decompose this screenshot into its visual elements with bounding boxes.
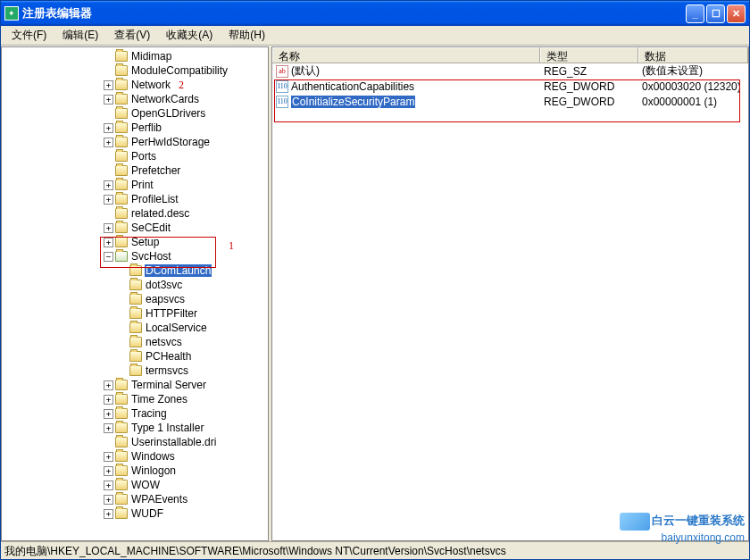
tree-label[interactable]: Network	[130, 79, 171, 91]
expand-icon[interactable]: +	[104, 409, 113, 419]
tree-label[interactable]: PCHealth	[145, 350, 192, 363]
tree-label[interactable]: related.desc	[130, 207, 190, 220]
value-row[interactable]: ab(默认)REG_SZ(数值未设置)	[272, 63, 748, 79]
tree-label[interactable]: Midimap	[130, 50, 172, 63]
expand-icon[interactable]: +	[104, 138, 113, 147]
titlebar[interactable]: ✦ 注册表编辑器 _ ☐ ✕	[1, 1, 749, 26]
tree-label[interactable]: dot3svc	[145, 279, 183, 291]
tree-node[interactable]: LocalService	[4, 321, 268, 335]
tree-node[interactable]: related.desc	[4, 206, 268, 221]
tree-node[interactable]: Midimap	[4, 49, 268, 63]
column-name[interactable]: 名称	[272, 47, 540, 63]
tree-label[interactable]: SeCEdit	[130, 221, 171, 234]
tree-label[interactable]: DComLaunch	[145, 264, 212, 277]
menu-edit[interactable]: 编辑(E)	[55, 26, 105, 45]
menu-help[interactable]: 帮助(H)	[221, 26, 272, 45]
tree-label[interactable]: Type 1 Installer	[130, 422, 204, 434]
tree-node[interactable]: +WUDF	[4, 506, 268, 521]
tree-node[interactable]: +WOW	[4, 478, 268, 492]
expand-icon[interactable]: +	[104, 180, 113, 190]
tree-label[interactable]: LocalService	[145, 322, 208, 334]
value-rows[interactable]: ab(默认)REG_SZ(数值未设置)110AuthenticationCapa…	[272, 63, 748, 540]
tree-node[interactable]: +WPAEvents	[4, 492, 268, 506]
tree-node[interactable]: Ports	[4, 149, 268, 163]
expand-icon[interactable]: +	[104, 509, 113, 519]
tree-label[interactable]: Userinstallable.dri	[130, 436, 217, 448]
expand-icon[interactable]: +	[104, 495, 113, 505]
collapse-icon[interactable]: −	[104, 252, 113, 262]
tree-label[interactable]: Prefetcher	[130, 164, 181, 177]
tree-node[interactable]: +SeCEdit	[4, 221, 268, 235]
tree-node[interactable]: +Winlogon	[4, 464, 268, 478]
expand-icon[interactable]: +	[104, 223, 113, 233]
value-row[interactable]: 110CoInitializeSecurityParamREG_DWORD0x0…	[272, 94, 748, 109]
tree-label[interactable]: SvcHost	[130, 250, 172, 263]
menu-view[interactable]: 查看(V)	[107, 26, 157, 45]
expand-icon[interactable]: +	[104, 452, 113, 462]
expand-icon[interactable]: +	[104, 238, 113, 247]
expand-icon[interactable]: +	[104, 123, 113, 133]
tree-pane[interactable]: MidimapModuleCompatibility+Network2+Netw…	[1, 46, 269, 541]
tree-node[interactable]: +PerHwIdStorage	[4, 135, 268, 149]
tree-node[interactable]: +Tracing	[4, 406, 268, 421]
tree-node[interactable]: dot3svc	[4, 278, 268, 292]
tree-node[interactable]: HTTPFilter	[4, 306, 268, 321]
tree-label[interactable]: WPAEvents	[130, 493, 188, 506]
tree-label[interactable]: ProfileList	[130, 193, 179, 205]
tree-node[interactable]: +Terminal Server	[4, 378, 268, 392]
tree-node[interactable]: Userinstallable.dri	[4, 435, 268, 449]
tree-node[interactable]: ModuleCompatibility	[4, 63, 268, 78]
tree-label[interactable]: WOW	[130, 479, 161, 491]
expand-icon[interactable]: +	[104, 423, 113, 433]
tree-node[interactable]: +Type 1 Installer	[4, 421, 268, 435]
tree-node[interactable]: +Print	[4, 178, 268, 192]
tree-label[interactable]: Terminal Server	[130, 379, 207, 391]
tree-label[interactable]: Print	[130, 179, 154, 191]
maximize-button[interactable]: ☐	[706, 4, 725, 23]
close-button[interactable]: ✕	[727, 4, 746, 23]
expand-icon[interactable]: +	[104, 380, 113, 390]
tree-label[interactable]: HTTPFilter	[145, 307, 198, 320]
tree-node[interactable]: +Perflib	[4, 121, 268, 135]
tree-node[interactable]: +NetworkCards	[4, 92, 268, 106]
minimize-button[interactable]: _	[686, 4, 704, 23]
tree-label[interactable]: Ports	[130, 150, 157, 163]
tree-label[interactable]: WUDF	[130, 507, 164, 520]
menu-favorites[interactable]: 收藏夹(A)	[159, 26, 220, 45]
column-data[interactable]: 数据	[638, 47, 748, 63]
tree-node[interactable]: termsvcs	[4, 364, 268, 378]
tree-node[interactable]: DComLaunch	[4, 263, 268, 278]
tree-label[interactable]: termsvcs	[145, 364, 189, 377]
expand-icon[interactable]: +	[104, 466, 113, 476]
tree-node[interactable]: netsvcs	[4, 335, 268, 349]
tree-label[interactable]: Time Zones	[130, 393, 188, 405]
column-type[interactable]: 类型	[540, 47, 638, 63]
registry-tree[interactable]: MidimapModuleCompatibility+Network2+Netw…	[2, 47, 268, 522]
tree-node[interactable]: eapsvcs	[4, 292, 268, 306]
tree-node[interactable]: +ProfileList	[4, 192, 268, 206]
tree-label[interactable]: Perflib	[130, 121, 162, 134]
tree-label[interactable]: Winlogon	[130, 464, 177, 477]
tree-label[interactable]: ModuleCompatibility	[130, 64, 229, 77]
value-row[interactable]: 110AuthenticationCapabilitiesREG_DWORD0x…	[272, 79, 748, 94]
tree-label[interactable]: OpenGLDrivers	[130, 107, 206, 120]
tree-label[interactable]: Windows	[130, 450, 176, 463]
tree-label[interactable]: Tracing	[130, 407, 168, 420]
tree-node[interactable]: PCHealth	[4, 349, 268, 364]
tree-label[interactable]: PerHwIdStorage	[130, 136, 211, 148]
tree-node[interactable]: +Time Zones	[4, 392, 268, 406]
tree-label[interactable]: eapsvcs	[145, 293, 186, 305]
expand-icon[interactable]: +	[104, 481, 113, 490]
tree-node[interactable]: Prefetcher	[4, 163, 268, 178]
menu-file[interactable]: 文件(F)	[4, 26, 54, 45]
tree-node[interactable]: OpenGLDrivers	[4, 106, 268, 121]
expand-icon[interactable]: +	[104, 80, 113, 90]
tree-label[interactable]: NetworkCards	[130, 93, 200, 105]
tree-node[interactable]: +Network2	[4, 78, 268, 92]
expand-icon[interactable]: +	[104, 95, 113, 104]
tree-node[interactable]: +Windows	[4, 449, 268, 464]
tree-label[interactable]: netsvcs	[145, 336, 183, 348]
expand-icon[interactable]: +	[104, 195, 113, 205]
expand-icon[interactable]: +	[104, 395, 113, 405]
tree-label[interactable]: Setup	[130, 236, 160, 248]
